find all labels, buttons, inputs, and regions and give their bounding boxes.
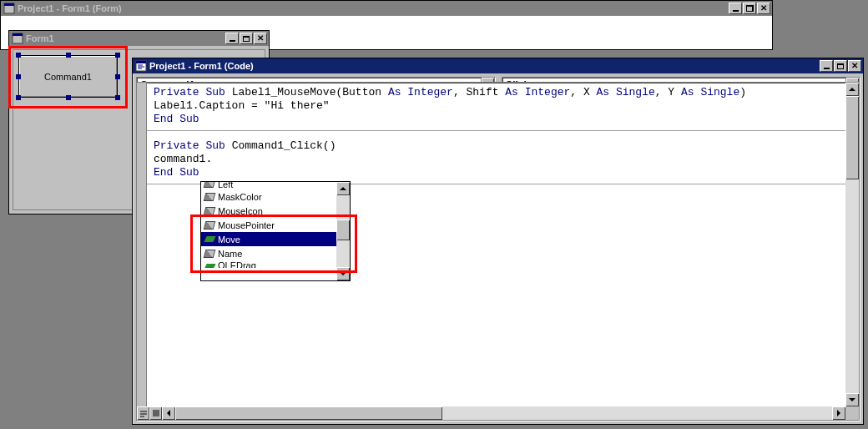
intellisense-item-selected[interactable]: Move (201, 232, 336, 246)
code-text[interactable]: Private Sub Label1_MouseMove(Button As I… (154, 86, 845, 179)
minimize-button[interactable] (225, 33, 239, 44)
vb-form-icon (3, 3, 15, 14)
intellisense-label: OLEDrag (218, 260, 256, 268)
maximize-button[interactable] (240, 33, 253, 44)
intellisense-label: Move (218, 235, 240, 245)
project-window-title: Project1 - Form1 (Form) (18, 3, 728, 13)
vb-code-icon (135, 60, 147, 72)
resize-handle[interactable] (66, 53, 71, 58)
method-icon (203, 260, 216, 268)
svg-rect-1 (4, 3, 14, 6)
resize-handle[interactable] (16, 95, 21, 100)
resize-handle[interactable] (16, 53, 21, 58)
resize-handle[interactable] (115, 53, 120, 58)
scroll-left-button[interactable] (162, 406, 175, 420)
project-window-titlebar[interactable]: Project1 - Form1 (Form) ✕ (1, 1, 772, 16)
command-button[interactable]: Command1 (18, 55, 118, 98)
intellisense-label: Left (218, 182, 233, 189)
scroll-up-button[interactable] (845, 83, 859, 96)
resize-handle[interactable] (115, 74, 120, 79)
scroll-up-button[interactable] (336, 182, 350, 195)
horizontal-scrollbar[interactable] (162, 406, 845, 420)
full-module-view-button[interactable] (149, 406, 162, 420)
minimize-button[interactable] (729, 3, 742, 14)
command-button-label: Command1 (44, 72, 92, 82)
intellisense-label: MouseIcon (218, 206, 263, 216)
maximize-button[interactable] (834, 60, 847, 72)
scroll-thumb[interactable] (336, 220, 350, 240)
form-designer-title: Form1 (26, 33, 225, 43)
svg-rect-5 (136, 61, 146, 63)
code-gutter (137, 83, 147, 406)
intellisense-item[interactable]: OLEDrag (201, 260, 336, 268)
close-button[interactable]: ✕ (757, 3, 770, 14)
svg-rect-3 (13, 33, 23, 36)
scrollbar-corner (845, 406, 859, 420)
intellisense-scrollbar[interactable] (336, 182, 350, 280)
restore-button[interactable] (743, 3, 756, 14)
property-icon (203, 205, 216, 217)
scroll-right-button[interactable] (832, 406, 845, 420)
intellisense-item[interactable]: MousePointer (201, 218, 336, 232)
code-window-title: Project1 - Form1 (Code) (149, 61, 819, 71)
scroll-down-button[interactable] (336, 267, 350, 280)
resize-handle[interactable] (66, 95, 71, 100)
close-button[interactable]: ✕ (848, 60, 861, 72)
property-icon (203, 220, 216, 231)
intellisense-label: MaskColor (218, 192, 262, 202)
code-window-titlebar[interactable]: Project1 - Form1 (Code) ✕ (133, 58, 863, 73)
vertical-scrollbar[interactable] (845, 83, 859, 406)
intellisense-item[interactable]: MouseIcon (201, 204, 336, 218)
scroll-down-button[interactable] (845, 393, 859, 406)
property-icon (203, 182, 216, 189)
property-icon (203, 248, 216, 260)
intellisense-label: Name (218, 249, 242, 259)
intellisense-item[interactable]: Left (201, 182, 336, 189)
method-icon (203, 234, 216, 245)
minimize-button[interactable] (820, 60, 833, 72)
procedure-view-button[interactable] (137, 406, 149, 420)
resize-handle[interactable] (16, 74, 21, 79)
property-icon (203, 191, 216, 203)
resize-handle[interactable] (115, 95, 120, 100)
intellisense-popup[interactable]: Left MaskColor MouseIcon MousePointer Mo… (200, 181, 351, 281)
procedure-separator (147, 130, 845, 131)
scroll-thumb[interactable] (845, 96, 859, 179)
vb-form-icon (12, 33, 23, 44)
selected-control[interactable]: Command1 (18, 55, 118, 98)
scroll-thumb[interactable] (175, 406, 442, 420)
intellisense-list[interactable]: Left MaskColor MouseIcon MousePointer Mo… (201, 182, 336, 280)
close-button[interactable]: ✕ (254, 33, 267, 44)
intellisense-label: MousePointer (218, 220, 275, 230)
intellisense-item[interactable]: MaskColor (201, 189, 336, 204)
form-designer-titlebar[interactable]: Form1 ✕ (9, 31, 269, 46)
intellisense-item[interactable]: Name (201, 246, 336, 260)
